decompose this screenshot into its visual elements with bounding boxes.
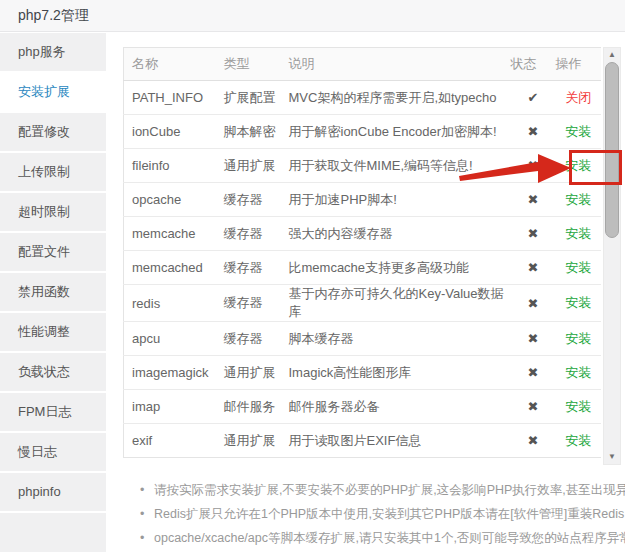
annotation-arrow bbox=[456, 151, 574, 185]
column-header-3: 状态 bbox=[511, 48, 556, 81]
ext-name: redis bbox=[124, 285, 219, 322]
table-row: ionCube脚本解密用于解密ionCube Encoder加密脚本!✖安装 bbox=[124, 115, 602, 149]
status-enabled-icon: ✔ bbox=[528, 90, 539, 105]
table-scrollbar[interactable]: ▲ ▼ bbox=[603, 47, 621, 465]
action-install-ionCube[interactable]: 安装 bbox=[565, 124, 591, 139]
sidebar-item-php-service[interactable]: php服务 bbox=[0, 33, 106, 71]
sidebar-item-disabled-functions[interactable]: 禁用函数 bbox=[0, 273, 106, 311]
action-install-imagemagick[interactable]: 安装 bbox=[565, 365, 591, 380]
ext-action-cell: 安装 bbox=[556, 217, 602, 251]
action-close-PATH_INFO[interactable]: 关闭 bbox=[565, 90, 591, 105]
column-header-0: 名称 bbox=[124, 48, 219, 81]
ext-type: 缓存器 bbox=[219, 285, 284, 322]
ext-desc: 邮件服务器必备 bbox=[284, 390, 511, 424]
ext-status-cell: ✖ bbox=[511, 322, 556, 356]
table-row: PATH_INFO扩展配置MVC架构的程序需要开启,如typecho✔关闭 bbox=[124, 81, 602, 115]
ext-desc: 用于解密ionCube Encoder加密脚本! bbox=[284, 115, 511, 149]
ext-type: 通用扩展 bbox=[219, 149, 284, 183]
ext-name: fileinfo bbox=[124, 149, 219, 183]
sidebar-item-slow-log[interactable]: 慢日志 bbox=[0, 433, 106, 471]
ext-status-cell: ✖ bbox=[511, 424, 556, 458]
extensions-table: 名称类型说明状态操作 PATH_INFO扩展配置MVC架构的程序需要开启,如ty… bbox=[123, 47, 601, 458]
sidebar-item-load-status[interactable]: 负载状态 bbox=[0, 353, 106, 391]
table-row: imap邮件服务邮件服务器必备✖安装 bbox=[124, 390, 602, 424]
page-title: php7.2管理 bbox=[18, 0, 89, 31]
sidebar-item-performance-tuning[interactable]: 性能调整 bbox=[0, 313, 106, 351]
action-install-redis[interactable]: 安装 bbox=[565, 295, 591, 310]
note-item-1: 请按实际需求安装扩展,不要安装不必要的PHP扩展,这会影响PHP执行效率,甚至出… bbox=[140, 478, 625, 502]
ext-status-cell: ✔ bbox=[511, 81, 556, 115]
ext-desc: 基于内存亦可持久化的Key-Value数据库 bbox=[284, 285, 511, 322]
sidebar-item-install-extensions[interactable]: 安装扩展 bbox=[0, 73, 106, 111]
ext-action-cell: 安装 bbox=[556, 322, 602, 356]
ext-type: 通用扩展 bbox=[219, 356, 284, 390]
scrollbar-down-button[interactable]: ▼ bbox=[604, 450, 620, 464]
ext-type: 扩展配置 bbox=[219, 81, 284, 115]
notes-list: 请按实际需求安装扩展,不要安装不必要的PHP扩展,这会影响PHP执行效率,甚至出… bbox=[140, 478, 625, 550]
ext-action-cell: 安装 bbox=[556, 115, 602, 149]
action-install-memcache[interactable]: 安装 bbox=[565, 226, 591, 241]
action-install-memcached[interactable]: 安装 bbox=[565, 260, 591, 275]
sidebar-item-config-edit[interactable]: 配置修改 bbox=[0, 113, 106, 151]
action-install-exif[interactable]: 安装 bbox=[565, 433, 591, 448]
status-disabled-icon: ✖ bbox=[528, 296, 539, 311]
column-header-1: 类型 bbox=[219, 48, 284, 81]
note-item-2: Redis扩展只允许在1个PHP版本中使用,安装到其它PHP版本请在[软件管理]… bbox=[140, 502, 625, 526]
ext-type: 通用扩展 bbox=[219, 424, 284, 458]
ext-type: 缓存器 bbox=[219, 183, 284, 217]
status-disabled-icon: ✖ bbox=[528, 192, 539, 207]
ext-desc: 用于加速PHP脚本! bbox=[284, 183, 511, 217]
sidebar-item-timeout-limit[interactable]: 超时限制 bbox=[0, 193, 106, 231]
ext-desc: 脚本缓存器 bbox=[284, 322, 511, 356]
table-row: redis缓存器基于内存亦可持久化的Key-Value数据库✖安装 bbox=[124, 285, 602, 322]
ext-action-cell: 安装 bbox=[556, 183, 602, 217]
ext-status-cell: ✖ bbox=[511, 183, 556, 217]
scroll-up-icon: ▲ bbox=[608, 50, 616, 59]
action-install-imap[interactable]: 安装 bbox=[565, 399, 591, 414]
status-disabled-icon: ✖ bbox=[528, 331, 539, 346]
sidebar-item-upload-limit[interactable]: 上传限制 bbox=[0, 153, 106, 191]
table-row: apcu缓存器脚本缓存器✖安装 bbox=[124, 322, 602, 356]
ext-name: exif bbox=[124, 424, 219, 458]
ext-name: memcached bbox=[124, 251, 219, 285]
ext-desc: 比memcache支持更多高级功能 bbox=[284, 251, 511, 285]
status-disabled-icon: ✖ bbox=[528, 124, 539, 139]
ext-type: 缓存器 bbox=[219, 322, 284, 356]
sidebar-item-config-file[interactable]: 配置文件 bbox=[0, 233, 106, 271]
sidebar-item-phpinfo[interactable]: phpinfo bbox=[0, 473, 106, 511]
action-install-opcache[interactable]: 安装 bbox=[565, 192, 591, 207]
ext-status-cell: ✖ bbox=[511, 390, 556, 424]
column-header-4: 操作 bbox=[556, 48, 602, 81]
ext-desc: MVC架构的程序需要开启,如typecho bbox=[284, 81, 511, 115]
sidebar-filler bbox=[0, 513, 106, 552]
ext-name: apcu bbox=[124, 322, 219, 356]
ext-action-cell: 安装 bbox=[556, 251, 602, 285]
ext-type: 邮件服务 bbox=[219, 390, 284, 424]
title-bar: php7.2管理 bbox=[0, 0, 625, 32]
action-install-apcu[interactable]: 安装 bbox=[565, 331, 591, 346]
status-disabled-icon: ✖ bbox=[528, 365, 539, 380]
ext-status-cell: ✖ bbox=[511, 217, 556, 251]
ext-action-cell: 安装 bbox=[556, 424, 602, 458]
table-row: opcache缓存器用于加速PHP脚本!✖安装 bbox=[124, 183, 602, 217]
status-disabled-icon: ✖ bbox=[528, 399, 539, 414]
column-header-2: 说明 bbox=[284, 48, 511, 81]
table-row: memcached缓存器比memcache支持更多高级功能✖安装 bbox=[124, 251, 602, 285]
status-disabled-icon: ✖ bbox=[528, 226, 539, 241]
table-row: imagemagick通用扩展Imagick高性能图形库✖安装 bbox=[124, 356, 602, 390]
ext-status-cell: ✖ bbox=[511, 251, 556, 285]
ext-name: imagemagick bbox=[124, 356, 219, 390]
ext-desc: 用于读取图片EXIF信息 bbox=[284, 424, 511, 458]
ext-status-cell: ✖ bbox=[511, 115, 556, 149]
sidebar-item-fpm-log[interactable]: FPM日志 bbox=[0, 393, 106, 431]
sidebar: php服务安装扩展配置修改上传限制超时限制配置文件禁用函数性能调整负载状态FPM… bbox=[0, 32, 106, 552]
ext-action-cell: 安装 bbox=[556, 356, 602, 390]
scrollbar-up-button[interactable]: ▲ bbox=[604, 48, 620, 62]
ext-action-cell: 安装 bbox=[556, 390, 602, 424]
ext-type: 缓存器 bbox=[219, 251, 284, 285]
status-disabled-icon: ✖ bbox=[528, 260, 539, 275]
ext-name: memcache bbox=[124, 217, 219, 251]
ext-type: 脚本解密 bbox=[219, 115, 284, 149]
ext-name: ionCube bbox=[124, 115, 219, 149]
status-disabled-icon: ✖ bbox=[528, 433, 539, 448]
